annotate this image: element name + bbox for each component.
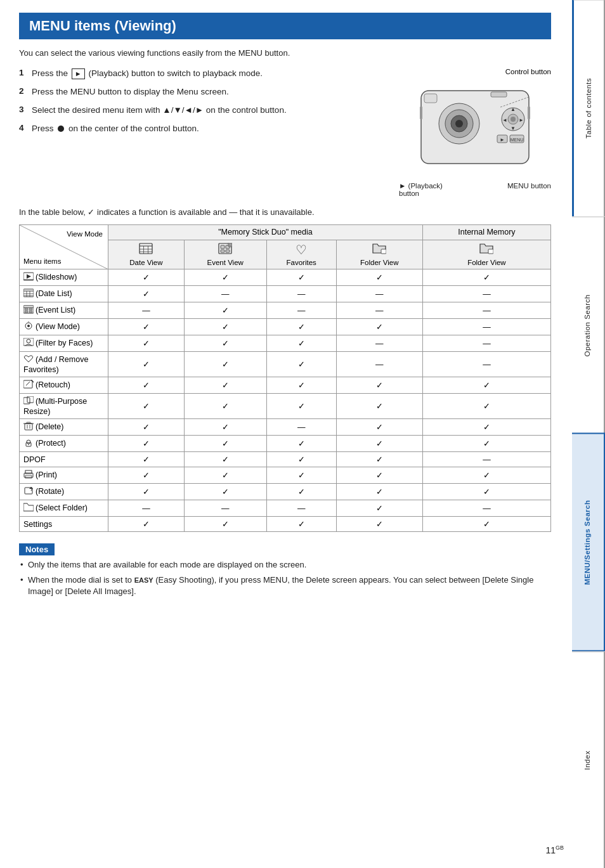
- table-cell: ✓: [422, 436, 550, 452]
- svg-rect-22: [140, 243, 152, 254]
- table-cell: ✓: [184, 467, 266, 484]
- table-cell: ✓: [266, 319, 336, 335]
- table-cell: ✓: [184, 377, 266, 394]
- sub-header-folder-view-1: Folder View: [336, 240, 422, 269]
- svg-rect-29: [221, 245, 224, 249]
- sidebar-tab-menu[interactable]: MENU/Settings Search: [572, 433, 605, 652]
- table-cell: —: [108, 302, 185, 319]
- table-cell: ✓: [336, 452, 422, 467]
- menu-item-label: Settings: [20, 517, 108, 532]
- table-row: (Delete)✓✓—✓✓: [20, 419, 551, 436]
- steps-list: 1 Press the ► (Playback) button to switc…: [19, 68, 386, 135]
- event-view-svg: [218, 243, 232, 254]
- svg-rect-17: [424, 94, 437, 103]
- table-cell: ✓: [184, 352, 266, 377]
- table-cell: —: [422, 302, 550, 319]
- step-text-4: Press on the center of the control butto…: [32, 123, 199, 135]
- menu-item-label: (View Mode): [20, 319, 108, 335]
- page-suffix: GB: [556, 845, 564, 851]
- table-cell: ✓: [336, 377, 422, 394]
- table-cell: ✓: [108, 484, 185, 500]
- step-text-2: Press the MENU button to display the Men…: [32, 86, 229, 98]
- step-1: 1 Press the ► (Playback) button to switc…: [19, 68, 386, 80]
- table-cell: ✓: [266, 394, 336, 419]
- sidebar-tab-operation[interactable]: Operation Search: [572, 217, 605, 434]
- table-cell: —: [422, 452, 550, 467]
- folder-view-1-svg: [372, 243, 386, 254]
- table-cell: —: [422, 352, 550, 377]
- menu-button-label: MENU button: [507, 182, 551, 197]
- svg-marker-38: [27, 275, 31, 279]
- table-cell: ✓: [108, 394, 185, 419]
- menu-item-label: (Protect): [20, 436, 108, 452]
- table-cell: ✓: [336, 319, 422, 335]
- table-cell: ✓: [266, 352, 336, 377]
- folder-view-2-label: Folder View: [467, 259, 506, 266]
- table-cell: —: [336, 302, 422, 319]
- table-cell: ✓: [184, 269, 266, 286]
- table-row: Settings✓✓✓✓✓: [20, 517, 551, 532]
- table-cell: —: [184, 286, 266, 302]
- table-row: (Filter by Faces)✓✓✓——: [20, 335, 551, 352]
- index-tab-label: Index: [583, 750, 592, 770]
- table-row: (Slideshow)✓✓✓✓✓: [20, 269, 551, 286]
- note-item-2: When the mode dial is set to EASY (Easy …: [19, 574, 551, 597]
- table-cell: ✓: [422, 467, 550, 484]
- table-cell: —: [422, 319, 550, 335]
- steps-section: 1 Press the ► (Playback) button to switc…: [19, 68, 551, 197]
- sidebar-tab-toc[interactable]: Table of contents: [572, 0, 605, 217]
- table-cell: ✓: [108, 467, 185, 484]
- table-cell: ✓: [336, 517, 422, 532]
- svg-point-4: [455, 120, 463, 127]
- step-text-1: Press the ► (Playback) button to switch …: [32, 68, 263, 80]
- table-cell: ✓: [184, 335, 266, 352]
- delete-icon: [23, 422, 34, 432]
- svg-point-56: [27, 339, 30, 343]
- svg-rect-19: [528, 107, 530, 119]
- table-cell: —: [266, 500, 336, 517]
- sub-header-favorites: ♡ Favorites: [266, 240, 336, 269]
- camera-diagram-area: Control button ▲ ▼ ◄ ►: [399, 68, 551, 197]
- operation-tab-label: Operation Search: [583, 294, 592, 356]
- table-cell: —: [184, 500, 266, 517]
- menu-item-label: (Filter by Faces): [20, 335, 108, 352]
- table-row: (Add / Remove Favorites)✓✓✓——: [20, 352, 551, 377]
- table-cell: ✓: [422, 484, 550, 500]
- table-cell: ✓: [422, 269, 550, 286]
- step-num-1: 1: [19, 68, 27, 77]
- table-cell: ✓: [336, 500, 422, 517]
- table-cell: ✓: [422, 517, 550, 532]
- table-cell: ✓: [184, 302, 266, 319]
- svg-text:►: ►: [500, 137, 505, 143]
- notes-section: Notes Only the items that are available …: [19, 543, 551, 598]
- step-text-3: Select the desired menu item with ▲/▼/◄/…: [32, 105, 287, 117]
- svg-rect-62: [25, 424, 32, 430]
- folder-view-1-label: Folder View: [360, 259, 399, 266]
- table-cell: —: [336, 352, 422, 377]
- sub-header-folder-view-2: Folder View: [422, 240, 550, 269]
- table-row: (Event List)—✓———: [20, 302, 551, 319]
- steps-left: 1 Press the ► (Playback) button to switc…: [19, 68, 386, 197]
- table-cell: ✓: [266, 467, 336, 484]
- table-cell: ✓: [336, 419, 422, 436]
- svg-rect-36: [488, 249, 493, 254]
- menu-item-label: (Slideshow): [20, 269, 108, 286]
- svg-line-59: [26, 382, 30, 385]
- sidebar-tab-index[interactable]: Index: [572, 652, 605, 869]
- table-row: DPOF✓✓✓✓—: [20, 452, 551, 467]
- table-cell: ✓: [184, 517, 266, 532]
- table-row: (Multi-Purpose Resize)✓✓✓✓✓: [20, 394, 551, 419]
- view-mode-text: View Mode: [67, 230, 103, 238]
- table-row: (Retouch)✓✓✓✓✓: [20, 377, 551, 394]
- control-button-label: Control button: [399, 68, 551, 75]
- step-2: 2 Press the MENU button to display the M…: [19, 86, 386, 98]
- svg-text:▼: ▼: [511, 126, 516, 131]
- print-icon: [23, 470, 34, 481]
- svg-point-67: [27, 440, 30, 444]
- menu-item-label: (Event List): [20, 302, 108, 319]
- table-cell: ✓: [108, 269, 185, 286]
- resize-icon: [23, 396, 34, 407]
- main-content: MENU items (Viewing) You can select the …: [0, 0, 570, 614]
- menu-items-text: Menu items: [23, 257, 61, 265]
- table-row: (Print)✓✓✓✓✓: [20, 467, 551, 484]
